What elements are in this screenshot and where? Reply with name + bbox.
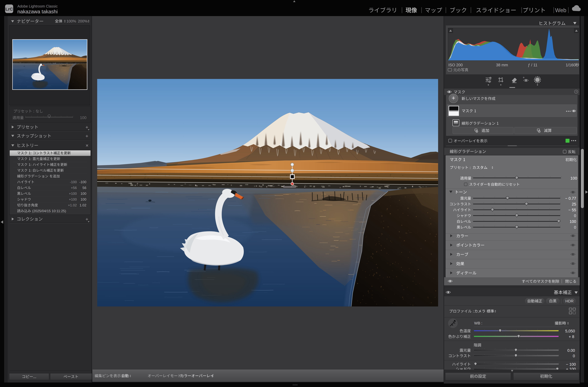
svg-text:-100: -100 xyxy=(70,180,77,184)
svg-text:38 mm: 38 mm xyxy=(496,63,508,67)
svg-text:-100: -100 xyxy=(79,180,86,184)
svg-text:WB :: WB : xyxy=(474,321,482,325)
svg-text:100%: 100% xyxy=(66,19,76,23)
svg-text:100: 100 xyxy=(81,197,86,201)
svg-text:+1.02: +1.02 xyxy=(68,203,77,207)
svg-text:100: 100 xyxy=(81,192,86,195)
svg-text:0: 0 xyxy=(573,354,575,358)
svg-text:ISO 200: ISO 200 xyxy=(448,63,463,67)
svg-text:LrC: LrC xyxy=(5,7,13,11)
svg-text:Adobe Lightroom Classic: Adobe Lightroom Classic xyxy=(17,4,58,8)
svg-text:+: + xyxy=(452,95,455,101)
svg-text:1/160: 1/160 xyxy=(566,63,576,67)
svg-text:100: 100 xyxy=(570,219,576,224)
svg-text:(2025/04/15 10:11:25): (2025/04/15 10:11:25) xyxy=(32,209,66,213)
svg-text:+100: +100 xyxy=(69,192,77,195)
svg-text:?: ? xyxy=(575,90,577,93)
svg-text:HDR: HDR xyxy=(566,299,573,303)
svg-text:− 0.77: − 0.77 xyxy=(565,196,576,201)
svg-text:0.00: 0.00 xyxy=(567,348,575,353)
svg-text:5,050: 5,050 xyxy=(565,329,575,333)
svg-text:nakazawa takashi: nakazawa takashi xyxy=(17,9,58,14)
svg-text:0: 0 xyxy=(574,225,576,230)
svg-text:+ 8: + 8 xyxy=(569,335,574,339)
svg-text:1.02: 1.02 xyxy=(80,203,86,207)
svg-text:ƒ / 11: ƒ / 11 xyxy=(528,63,537,67)
svg-text:100: 100 xyxy=(570,176,577,180)
svg-text:+100: +100 xyxy=(69,197,77,201)
svg-text:− 100: − 100 xyxy=(566,362,576,366)
svg-text:100: 100 xyxy=(80,116,86,120)
svg-text:+: + xyxy=(85,133,88,139)
svg-text:✕: ✕ xyxy=(85,143,89,148)
svg-text:25: 25 xyxy=(572,202,576,206)
svg-text:+: + xyxy=(85,216,88,222)
svg-text:200%: 200% xyxy=(78,19,88,23)
svg-text:+: + xyxy=(85,124,88,130)
svg-text:0: 0 xyxy=(574,214,576,218)
svg-text:+: + xyxy=(523,75,525,79)
svg-text:56: 56 xyxy=(83,186,86,190)
svg-text:Web: Web xyxy=(555,7,566,13)
svg-text:− 55: − 55 xyxy=(568,208,576,212)
svg-text:+56: +56 xyxy=(71,186,77,190)
